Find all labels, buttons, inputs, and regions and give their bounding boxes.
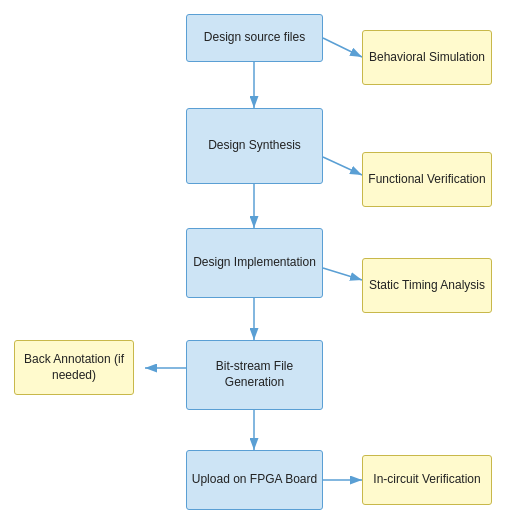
design-source-label: Design source files xyxy=(204,30,305,46)
design-implementation-label: Design Implementation xyxy=(193,255,316,271)
static-timing-label: Static Timing Analysis xyxy=(369,278,485,294)
design-source-box: Design source files xyxy=(186,14,323,62)
incircuit-verif-label: In-circuit Verification xyxy=(373,472,480,488)
back-annotation-label: Back Annotation (if needed) xyxy=(15,352,133,383)
incircuit-verif-box: In-circuit Verification xyxy=(362,455,492,505)
bitstream-box: Bit-stream File Generation xyxy=(186,340,323,410)
upload-fpga-box: Upload on FPGA Board xyxy=(186,450,323,510)
svg-line-1 xyxy=(323,38,362,57)
behavioral-sim-label: Behavioral Simulation xyxy=(369,50,485,66)
diagram: Design source files Design Synthesis Des… xyxy=(0,0,509,525)
back-annotation-box: Back Annotation (if needed) xyxy=(14,340,134,395)
svg-line-3 xyxy=(323,157,362,175)
design-synthesis-box: Design Synthesis xyxy=(186,108,323,184)
svg-line-5 xyxy=(323,268,362,280)
upload-fpga-label: Upload on FPGA Board xyxy=(192,472,317,488)
design-synthesis-label: Design Synthesis xyxy=(208,138,301,154)
functional-verif-box: Functional Verification xyxy=(362,152,492,207)
static-timing-box: Static Timing Analysis xyxy=(362,258,492,313)
behavioral-sim-box: Behavioral Simulation xyxy=(362,30,492,85)
design-implementation-box: Design Implementation xyxy=(186,228,323,298)
functional-verif-label: Functional Verification xyxy=(368,172,485,188)
bitstream-label: Bit-stream File Generation xyxy=(187,359,322,390)
